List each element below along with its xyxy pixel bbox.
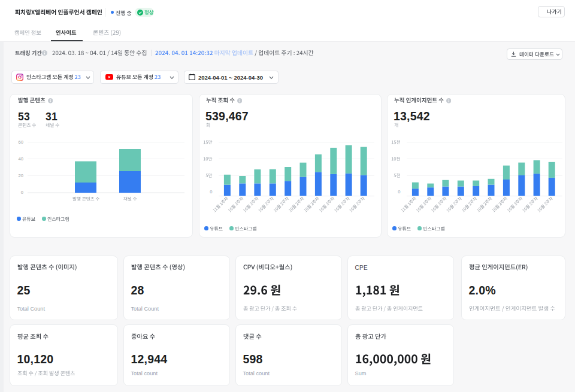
svg-text:60: 60 [19,139,23,145]
svg-text:0: 0 [210,189,212,195]
svg-text:40: 40 [19,156,23,162]
svg-text:0: 0 [21,190,23,195]
svg-text:20: 20 [19,173,23,178]
svg-text:0: 0 [398,189,400,195]
